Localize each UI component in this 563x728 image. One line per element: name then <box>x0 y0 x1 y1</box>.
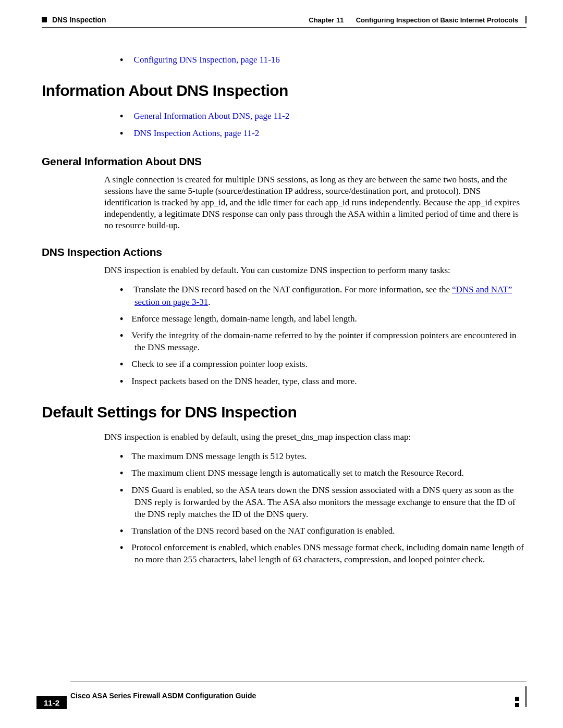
link-configuring-dns[interactable]: Configuring DNS Inspection, page 11-16 <box>134 55 280 65</box>
footer-row: 11-2 Cisco ASA Series Firewall ASDM Conf… <box>42 684 527 707</box>
heading-general-info-dns: General Information About DNS <box>42 155 527 168</box>
defaults-list: The maximum DNS message length is 512 by… <box>120 450 527 566</box>
footer-rule <box>70 682 527 682</box>
page-header: DNS Inspection Chapter 11 Configuring In… <box>42 16 527 24</box>
actions-list: Translate the DNS record based on the NA… <box>120 283 527 387</box>
page-footer: 11-2 Cisco ASA Series Firewall ASDM Conf… <box>42 682 527 707</box>
list-item: Protocol enforcement is enabled, which e… <box>120 541 527 566</box>
header-left: DNS Inspection <box>42 16 106 24</box>
chapter-title: Configuring Inspection of Basic Internet… <box>356 16 518 24</box>
document-page: DNS Inspection Chapter 11 Configuring In… <box>0 0 563 728</box>
text: . <box>208 297 210 307</box>
paragraph-general-info: A single connection is created for multi… <box>104 174 527 231</box>
list-item: Verify the integrity of the domain-name … <box>120 329 527 354</box>
list-item: Configuring DNS Inspection, page 11-16 <box>120 54 527 66</box>
square-icon <box>42 17 47 22</box>
list-item: Check to see if a compression pointer lo… <box>120 358 527 371</box>
info-link-list: General Information About DNS, page 11-2… <box>120 110 527 140</box>
list-item: Translation of the DNS record based on t… <box>120 525 527 537</box>
horizontal-rule <box>42 27 527 28</box>
list-item: DNS Inspection Actions, page 11-2 <box>120 127 527 140</box>
list-item: The maximum DNS message length is 512 by… <box>120 450 527 463</box>
footer-right <box>515 684 527 707</box>
heading-default-settings: Default Settings for DNS Inspection <box>42 403 527 421</box>
paragraph-defaults-intro: DNS inspection is enabled by default, us… <box>104 431 527 443</box>
list-item: DNS Guard is enabled, so the ASA tears d… <box>120 484 527 521</box>
vertical-bar-icon <box>525 16 527 23</box>
list-item: Enforce message length, domain-name leng… <box>120 313 527 325</box>
link-general-info-dns[interactable]: General Information About DNS, page 11-2 <box>134 111 290 121</box>
heading-dns-inspection-actions: DNS Inspection Actions <box>42 246 527 258</box>
text: Translate the DNS record based on the NA… <box>133 285 452 294</box>
top-link-list: Configuring DNS Inspection, page 11-16 <box>120 54 527 66</box>
footer-left: 11-2 Cisco ASA Series Firewall ASDM Conf… <box>42 692 256 700</box>
section-breadcrumb: DNS Inspection <box>52 16 106 24</box>
list-item: General Information About DNS, page 11-2 <box>120 110 527 122</box>
list-item: The maximum client DNS message length is… <box>120 467 527 479</box>
guide-title: Cisco ASA Series Firewall ASDM Configura… <box>70 692 256 700</box>
page-number-badge: 11-2 <box>36 696 67 709</box>
list-item: Translate the DNS record based on the NA… <box>120 283 527 308</box>
square-stack-icon <box>515 697 519 707</box>
paragraph-actions-intro: DNS inspection is enabled by default. Yo… <box>104 265 527 276</box>
link-dns-inspection-actions[interactable]: DNS Inspection Actions, page 11-2 <box>134 128 260 138</box>
chapter-number: Chapter 11 <box>309 16 344 24</box>
heading-info-about-dns-inspection: Information About DNS Inspection <box>42 82 527 100</box>
list-item: Inspect packets based on the DNS header,… <box>120 375 527 388</box>
header-right: Chapter 11 Configuring Inspection of Bas… <box>309 16 527 24</box>
vertical-bar-icon <box>525 686 527 707</box>
